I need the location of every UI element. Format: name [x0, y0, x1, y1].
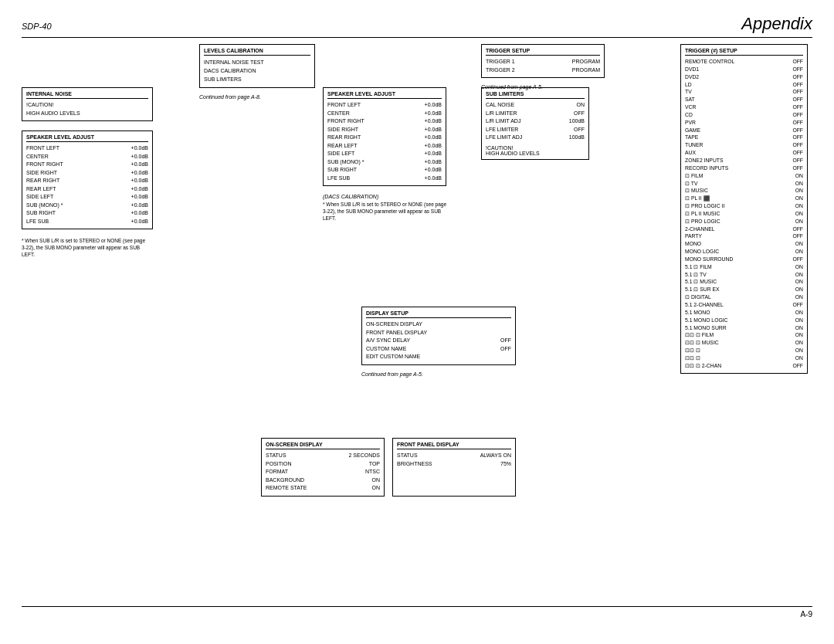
row-label: A/V SYNC DELAY	[366, 337, 410, 345]
row-label: VCR	[685, 103, 696, 111]
table-row: CUSTOM NAMEOFF	[366, 345, 511, 354]
lc-item-3: SUB LIMITERS	[204, 75, 310, 83]
row-label: 5.1 MONO	[685, 309, 710, 317]
row-value: ON	[577, 101, 585, 110]
table-row: REAR RIGHT+0.0dB	[26, 177, 148, 185]
sub-limiters-caution: !CAUTION!	[486, 145, 585, 151]
row-value: TOP	[369, 460, 380, 469]
row-label: L/R LIMITER	[486, 110, 517, 118]
row-value: ON	[795, 354, 803, 362]
row-value: ON	[795, 195, 803, 202]
table-row: SUB (MONO) *+0.0dB	[327, 158, 442, 167]
levels-calibration-area: LEVELS CALIBRATION INTERNAL NOISE TEST D…	[199, 44, 315, 101]
row-label: FRONT LEFT	[26, 144, 59, 153]
header-model: SDP-40	[22, 22, 52, 31]
table-row: POSITIONTOP	[266, 460, 380, 469]
sub-limiters-rows: CAL NOISEONL/R LIMITEROFFL/R LIMIT ADJ10…	[486, 101, 585, 142]
row-value: 2 SECONDS	[349, 452, 380, 460]
speaker-level-mid-rows: FRONT LEFT+0.0dBCENTER+0.0dBFRONT RIGHT+…	[327, 101, 442, 182]
row-label: LFE SUB	[26, 218, 49, 226]
row-value: +0.0dB	[131, 161, 148, 169]
table-row: EDIT CUSTOM NAME	[366, 353, 511, 361]
row-label: TAPE	[685, 134, 698, 141]
row-value: +0.0dB	[425, 117, 442, 126]
table-row: BRIGHTNESS75%	[397, 460, 511, 469]
row-value: OFF	[792, 66, 803, 73]
row-label: BRIGHTNESS	[397, 460, 432, 469]
dacs-note: (DACS CALIBRATION)	[323, 194, 450, 199]
table-row: ⊡⊡ ⊡ 2-CHANOFF	[685, 362, 803, 370]
row-value: ON	[795, 263, 803, 271]
row-value: OFF	[792, 88, 803, 96]
row-value: 75%	[500, 460, 511, 469]
row-value: +0.0dB	[425, 126, 442, 134]
display-setup-box: DISPLAY SETUP ON-SCREEN DISPLAYFRONT PAN…	[361, 307, 516, 365]
table-row: LFE LIMIT ADJ100dB	[486, 134, 585, 142]
trigger-hash-setup-box: TRIGGER (#) SETUP REMOTE CONTROLOFFDVD1O…	[680, 44, 808, 374]
table-row: REMOTE STATEON	[266, 484, 380, 493]
row-label: SAT	[685, 96, 695, 103]
row-value: ON	[372, 484, 381, 493]
row-label: ZONE2 INPUTS	[685, 157, 723, 164]
row-value: ON	[795, 293, 803, 301]
trigger-setup-area: TRIGGER SETUP TRIGGER 1PROGRAMTRIGGER 2P…	[481, 44, 605, 91]
table-row: L/R LIMIT ADJ100dB	[486, 117, 585, 126]
table-row: STATUSALWAYS ON	[397, 452, 511, 460]
table-row: TVOFF	[685, 88, 803, 96]
table-row: STATUS2 SECONDS	[266, 452, 380, 460]
row-label: PARTY	[685, 232, 702, 240]
row-value: +0.0dB	[425, 158, 442, 167]
internal-noise-content: !CAUTION! HIGH AUDIO LEVELS	[26, 101, 148, 117]
lc-item-2: DACS CALIBRATION	[204, 66, 310, 75]
row-label: ⊡⊡ ⊡ FILM	[685, 331, 714, 339]
row-value: +0.0dB	[131, 169, 148, 178]
row-label: RECORD INPUTS	[685, 164, 728, 172]
row-label: SUB RIGHT	[327, 166, 357, 175]
row-label: ON-SCREEN DISPLAY	[366, 320, 422, 329]
row-label: REMOTE STATE	[266, 484, 307, 493]
levels-calibration-title: LEVELS CALIBRATION	[204, 48, 310, 56]
row-label: LD	[685, 81, 692, 89]
row-label: TRIGGER 1	[486, 58, 515, 66]
lc-item-1: INTERNAL NOISE TEST	[204, 58, 310, 66]
table-row: DVD2OFF	[685, 73, 803, 81]
row-value: +0.0dB	[131, 218, 148, 226]
row-value: ON	[795, 324, 803, 332]
row-label: ⊡⊡ ⊡ 2-CHAN	[685, 362, 721, 370]
row-label: ⊡⊡ ⊡	[685, 354, 700, 362]
sub-note-left: * When SUB L/R is set to STEREO or NONE …	[22, 237, 149, 258]
levels-calibration-continued: Continued from page A-8.	[199, 94, 315, 100]
right-column: TRIGGER (#) SETUP REMOTE CONTROLOFFDVD1O…	[677, 44, 812, 600]
table-row: LFE SUB+0.0dB	[327, 175, 442, 183]
row-label: REAR LEFT	[327, 142, 358, 151]
row-value: +0.0dB	[131, 209, 148, 218]
front-panel-display-rows: STATUSALWAYS ONBRIGHTNESS75%	[397, 452, 511, 468]
table-row: 5.1 ⊡ TVON	[685, 271, 803, 279]
row-label: ⊡⊡ ⊡	[685, 347, 700, 354]
row-value: +0.0dB	[131, 193, 148, 202]
table-row: ZONE2 INPUTSOFF	[685, 157, 803, 164]
page-header: SDP-40 Appendix	[22, 14, 812, 38]
row-value: PROGRAM	[572, 58, 600, 66]
row-value: ON	[795, 347, 803, 354]
row-label: 5.1 MONO SURR	[685, 324, 727, 332]
internal-noise-caution: !CAUTION!	[26, 101, 148, 110]
display-setup-continued: Continued from page A-5.	[361, 371, 516, 377]
row-label: ⊡ TV	[685, 180, 697, 188]
row-value: OFF	[792, 301, 803, 309]
row-value: OFF	[500, 337, 511, 345]
row-label: CENTER	[327, 110, 350, 118]
speaker-level-adjust-left-title: SPEAKER LEVEL ADJUST	[26, 134, 148, 142]
row-value: 100dB	[569, 117, 585, 126]
row-value: OFF	[574, 110, 585, 118]
row-label: PVR	[685, 119, 696, 127]
table-row: SATOFF	[685, 96, 803, 103]
row-value: ON	[795, 180, 803, 188]
sub-limiters-title: SUB LIMITERS	[486, 91, 585, 99]
row-value: ON	[795, 240, 803, 248]
row-label: LFE LIMITER	[486, 126, 518, 134]
row-value: OFF	[500, 345, 511, 354]
row-value: OFF	[792, 225, 803, 233]
row-value: ON	[795, 339, 803, 347]
row-value: 100dB	[569, 134, 585, 142]
